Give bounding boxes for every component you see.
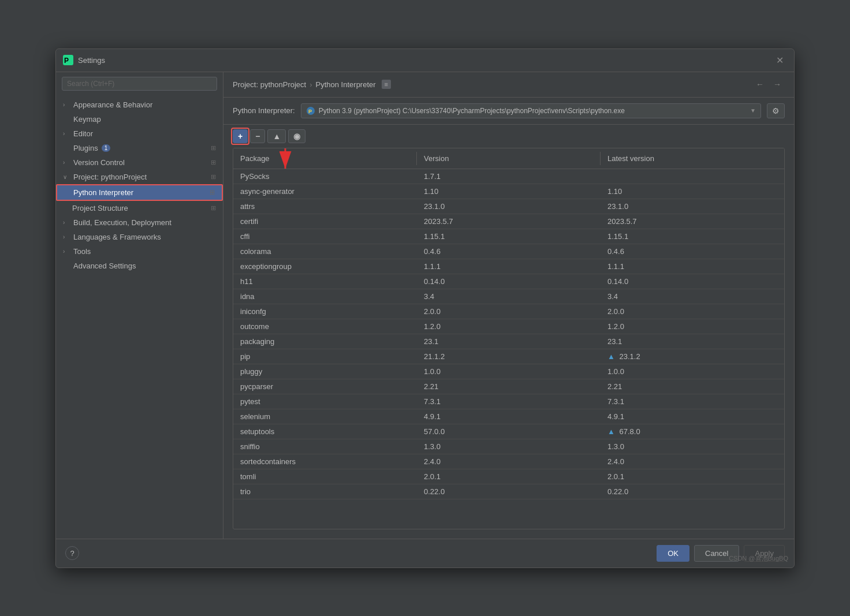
interpreter-selector[interactable]: P Python 3.9 (pythonProject) C:\Users\33… (301, 103, 761, 118)
expand-arrow-icon: › (63, 234, 70, 240)
table-row[interactable]: colorama0.4.60.4.6 (233, 244, 784, 259)
expand-arrow-icon: › (63, 248, 70, 255)
package-name: pip (233, 349, 417, 364)
package-latest-version: 2.0.0 (601, 304, 784, 319)
sidebar-item-appearance[interactable]: ›Appearance & Behavior (56, 98, 223, 112)
table-row[interactable]: async-generator1.101.10 (233, 184, 784, 199)
package-version: 2.0.0 (417, 304, 601, 319)
sidebar: ›Appearance & BehaviorKeymap›EditorPlugi… (56, 72, 223, 539)
table-row[interactable]: tomli2.0.12.0.1 (233, 469, 784, 484)
table-row[interactable]: PySocks1.7.1 (233, 169, 784, 184)
show-early-releases-button[interactable]: ◉ (288, 129, 305, 143)
column-header-package[interactable]: Package (233, 152, 417, 165)
help-button[interactable]: ? (65, 546, 79, 560)
table-row[interactable]: setuptools57.0.0▲ 67.8.0 (233, 424, 784, 439)
dialog-body: ›Appearance & BehaviorKeymap›EditorPlugi… (56, 72, 794, 539)
package-name: pycparser (233, 379, 417, 394)
breadcrumb-project[interactable]: Project: pythonProject (233, 80, 306, 89)
gear-icon: ⚙ (772, 106, 780, 115)
badge: 1 (102, 144, 111, 152)
sidebar-item-label: Project: pythonProject (73, 173, 147, 181)
sidebar-item-languages-frameworks[interactable]: ›Languages & Frameworks (56, 230, 223, 244)
table-row[interactable]: selenium4.9.14.9.1 (233, 409, 784, 424)
tab-icon[interactable]: ≡ (382, 80, 391, 89)
settings-dialog: P Settings ✕ ›Appearance & BehaviorKeyma… (55, 48, 795, 568)
package-latest-version: 4.9.1 (601, 409, 784, 424)
package-version: 2.4.0 (417, 454, 601, 469)
package-version: 1.15.1 (417, 229, 601, 244)
sidebar-item-label: Appearance & Behavior (73, 100, 152, 109)
main-content: Project: pythonProject › Python Interpre… (223, 72, 794, 539)
package-table-wrapper: Package Version Latest version PySocks1.… (233, 148, 785, 529)
sidebar-item-project-pythonproject[interactable]: ∨Project: pythonProject⊞ (56, 170, 223, 184)
package-version: 4.9.1 (417, 409, 601, 424)
remove-package-button[interactable]: − (250, 129, 265, 143)
sidebar-item-build-execution[interactable]: ›Build, Execution, Deployment (56, 215, 223, 230)
interpreter-gear-button[interactable]: ⚙ (767, 103, 785, 118)
package-latest-version: 1.1.1 (601, 259, 784, 274)
table-row[interactable]: attrs23.1.023.1.0 (233, 199, 784, 214)
table-row[interactable]: pytest7.3.17.3.1 (233, 394, 784, 409)
table-row[interactable]: exceptiongroup1.1.11.1.1 (233, 259, 784, 274)
table-row[interactable]: certifi2023.5.72023.5.7 (233, 214, 784, 229)
close-button[interactable]: ✕ (773, 54, 787, 67)
table-row[interactable]: pycparser2.212.21 (233, 379, 784, 394)
nav-back-button[interactable]: ← (752, 79, 767, 90)
sidebar-item-advanced-settings[interactable]: Advanced Settings (56, 259, 223, 273)
interpreter-label: Python Interpreter: (233, 106, 295, 115)
package-version: 57.0.0 (417, 424, 601, 439)
sidebar-item-editor[interactable]: ›Editor (56, 126, 223, 141)
ok-button[interactable]: OK (657, 545, 689, 562)
package-name: selenium (233, 409, 417, 424)
upgrade-arrow-icon: ▲ (607, 352, 615, 361)
package-latest-version: 0.22.0 (601, 484, 784, 499)
cancel-button[interactable]: Cancel (694, 545, 739, 562)
apply-button[interactable]: Apply (744, 545, 785, 562)
interpreter-value: Python 3.9 (pythonProject) C:\Users\3374… (319, 107, 625, 115)
table-row[interactable]: idna3.43.4 (233, 289, 784, 304)
table-row[interactable]: trio0.22.00.22.0 (233, 484, 784, 499)
table-row[interactable]: pluggy1.0.01.0.0 (233, 364, 784, 379)
python-logo: P (306, 106, 315, 115)
sidebar-item-tools[interactable]: ›Tools (56, 244, 223, 259)
package-name: sortedcontainers (233, 454, 417, 469)
sidebar-item-plugins[interactable]: Plugins1⊞ (56, 141, 223, 155)
table-row[interactable]: cffi1.15.11.15.1 (233, 229, 784, 244)
package-table-body: PySocks1.7.1async-generator1.101.10attrs… (233, 169, 784, 529)
external-link-icon: ⊞ (211, 173, 216, 181)
sidebar-item-label: Tools (73, 247, 91, 256)
package-name: outcome (233, 319, 417, 334)
package-version: 0.14.0 (417, 274, 601, 289)
sidebar-item-project-structure[interactable]: Project Structure⊞ (56, 201, 223, 215)
table-row[interactable]: sortedcontainers2.4.02.4.0 (233, 454, 784, 469)
package-latest-version: 1.3.0 (601, 439, 784, 454)
table-row[interactable]: outcome1.2.01.2.0 (233, 319, 784, 334)
up-package-button[interactable]: ▲ (267, 129, 286, 143)
package-latest-version: ▲ 67.8.0 (601, 424, 784, 439)
expand-arrow-icon: › (63, 219, 70, 226)
table-row[interactable]: iniconfg2.0.02.0.0 (233, 304, 784, 319)
package-latest-version: 1.10 (601, 184, 784, 199)
column-header-latest[interactable]: Latest version (601, 152, 784, 165)
dialog-title: Settings (78, 56, 773, 65)
sidebar-item-keymap[interactable]: Keymap (56, 112, 223, 126)
package-name: setuptools (233, 424, 417, 439)
package-name: certifi (233, 214, 417, 229)
package-version: 1.0.0 (417, 364, 601, 379)
sidebar-item-python-interpreter[interactable]: Python Interpreter⊞ (56, 184, 223, 201)
column-header-version[interactable]: Version (417, 152, 601, 165)
add-package-button[interactable]: + (233, 129, 248, 143)
package-latest-version: 7.3.1 (601, 394, 784, 409)
nav-forward-button[interactable]: → (770, 79, 785, 90)
table-row[interactable]: sniffio1.3.01.3.0 (233, 439, 784, 454)
table-row[interactable]: packaging23.123.1 (233, 334, 784, 349)
package-version: 7.3.1 (417, 394, 601, 409)
expand-arrow-icon: › (63, 159, 70, 166)
table-row[interactable]: pip21.1.2▲ 23.1.2 (233, 349, 784, 364)
package-name: sniffio (233, 439, 417, 454)
package-version: 1.2.0 (417, 319, 601, 334)
sidebar-search-input[interactable] (62, 77, 217, 91)
sidebar-item-label: Keymap (73, 115, 101, 124)
table-row[interactable]: h110.14.00.14.0 (233, 274, 784, 289)
sidebar-item-version-control[interactable]: ›Version Control⊞ (56, 155, 223, 170)
